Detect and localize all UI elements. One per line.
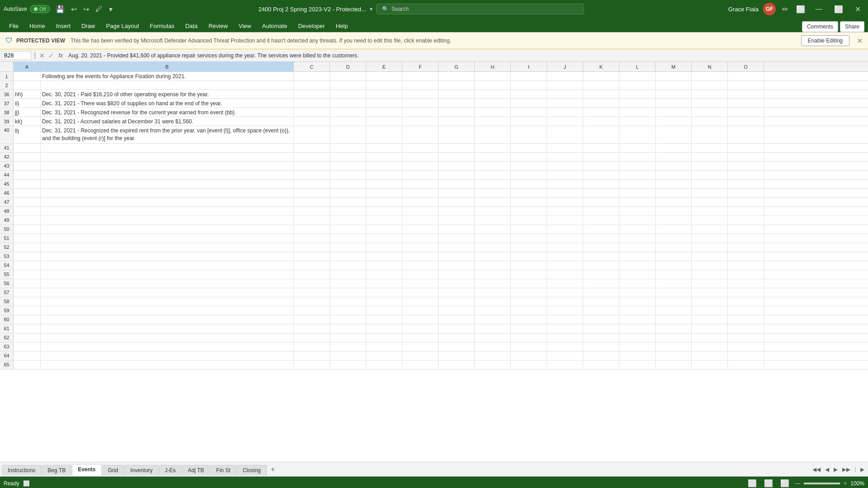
cell-f48[interactable] <box>402 207 439 216</box>
cell-m63[interactable] <box>656 343 692 351</box>
cell-h37[interactable] <box>475 99 511 108</box>
cell-a52[interactable] <box>14 243 41 252</box>
cell-c42[interactable] <box>294 153 330 161</box>
cell-m48[interactable] <box>656 207 692 216</box>
cell-o53[interactable] <box>728 252 764 261</box>
col-header-d[interactable]: D <box>330 62 366 71</box>
col-header-k[interactable]: K <box>583 62 619 71</box>
row-number[interactable]: 38 <box>0 108 14 117</box>
cell-c45[interactable] <box>294 180 330 188</box>
cell-o48[interactable] <box>728 207 764 216</box>
cell-j65[interactable] <box>547 361 583 369</box>
cell-g60[interactable] <box>439 315 475 324</box>
cell-a58[interactable] <box>14 297 41 306</box>
cell-b45[interactable] <box>41 180 294 188</box>
cell-b41[interactable] <box>41 144 294 152</box>
cell-l49[interactable] <box>619 216 656 225</box>
cell-i1[interactable] <box>511 72 547 80</box>
col-header-n[interactable]: N <box>692 62 728 71</box>
cell-e54[interactable] <box>366 261 402 270</box>
cell-j46[interactable] <box>547 189 583 197</box>
tab-nav-prev-icon[interactable]: ◀ <box>823 465 831 474</box>
redo-icon[interactable]: ↪ <box>81 4 91 14</box>
cell-m61[interactable] <box>656 324 692 333</box>
cell-c61[interactable] <box>294 324 330 333</box>
cell-f55[interactable] <box>402 270 439 279</box>
cell-reference-box[interactable] <box>2 51 31 60</box>
cell-m52[interactable] <box>656 243 692 252</box>
cell-i55[interactable] <box>511 270 547 279</box>
cell-c63[interactable] <box>294 343 330 351</box>
cell-b57[interactable] <box>41 288 294 297</box>
add-sheet-button[interactable]: + <box>267 464 278 475</box>
cell-c50[interactable] <box>294 225 330 234</box>
cell-e38[interactable] <box>366 108 402 117</box>
cell-d37[interactable] <box>330 99 366 108</box>
cell-k44[interactable] <box>583 171 619 179</box>
cell-d55[interactable] <box>330 270 366 279</box>
cell-h63[interactable] <box>475 343 511 351</box>
cell-f38[interactable] <box>402 108 439 117</box>
cell-a64[interactable] <box>14 352 41 360</box>
cell-f43[interactable] <box>402 162 439 170</box>
cell-h39[interactable] <box>475 117 511 126</box>
cell-c41[interactable] <box>294 144 330 152</box>
cell-b65[interactable] <box>41 361 294 369</box>
cell-k51[interactable] <box>583 234 619 243</box>
cell-g62[interactable] <box>439 333 475 342</box>
cell-k43[interactable] <box>583 162 619 170</box>
cell-i62[interactable] <box>511 333 547 342</box>
cell-a60[interactable] <box>14 315 41 324</box>
cell-h52[interactable] <box>475 243 511 252</box>
cell-o46[interactable] <box>728 189 764 197</box>
cell-e62[interactable] <box>366 333 402 342</box>
cell-a53[interactable] <box>14 252 41 261</box>
cell-j63[interactable] <box>547 343 583 351</box>
cell-o56[interactable] <box>728 279 764 288</box>
row-number[interactable]: 60 <box>0 315 14 324</box>
cell-f36[interactable] <box>402 90 439 99</box>
cell-n40[interactable] <box>692 126 728 143</box>
cell-j61[interactable] <box>547 324 583 333</box>
cell-c54[interactable] <box>294 261 330 270</box>
cell-o58[interactable] <box>728 297 764 306</box>
cell-i42[interactable] <box>511 153 547 161</box>
cell-g53[interactable] <box>439 252 475 261</box>
cell-b37[interactable]: Dec. 31, 2021 - There was $820 of suppli… <box>41 99 294 108</box>
row-number[interactable]: 41 <box>0 144 14 152</box>
col-header-f[interactable]: F <box>402 62 439 71</box>
cell-n47[interactable] <box>692 198 728 206</box>
cell-o40[interactable] <box>728 126 764 143</box>
cell-c48[interactable] <box>294 207 330 216</box>
cell-g61[interactable] <box>439 324 475 333</box>
cell-k60[interactable] <box>583 315 619 324</box>
cell-i39[interactable] <box>511 117 547 126</box>
cell-l61[interactable] <box>619 324 656 333</box>
cell-e42[interactable] <box>366 153 402 161</box>
cell-f42[interactable] <box>402 153 439 161</box>
cell-c44[interactable] <box>294 171 330 179</box>
page-break-icon[interactable]: ⬜ <box>778 478 791 488</box>
cell-f39[interactable] <box>402 117 439 126</box>
cell-b38[interactable]: Dec. 31, 2021 - Recognized revenue for t… <box>41 108 294 117</box>
cell-m54[interactable] <box>656 261 692 270</box>
cell-f1[interactable] <box>402 72 439 80</box>
cell-h64[interactable] <box>475 352 511 360</box>
cell-e55[interactable] <box>366 270 402 279</box>
scroll-right-icon[interactable]: ▶ <box>859 465 866 474</box>
cell-m49[interactable] <box>656 216 692 225</box>
close-button[interactable]: ✕ <box>851 4 864 14</box>
cell-e44[interactable] <box>366 171 402 179</box>
cell-i61[interactable] <box>511 324 547 333</box>
cell-c52[interactable] <box>294 243 330 252</box>
cell-g36[interactable] <box>439 90 475 99</box>
cell-b52[interactable] <box>41 243 294 252</box>
cell-a36[interactable]: hh) <box>14 90 41 99</box>
comments-button[interactable]: Comments <box>802 21 838 32</box>
cell-b50[interactable] <box>41 225 294 234</box>
minimize-button[interactable]: — <box>811 4 826 14</box>
cell-m50[interactable] <box>656 225 692 234</box>
cell-e41[interactable] <box>366 144 402 152</box>
cell-b49[interactable] <box>41 216 294 225</box>
cell-e65[interactable] <box>366 361 402 369</box>
